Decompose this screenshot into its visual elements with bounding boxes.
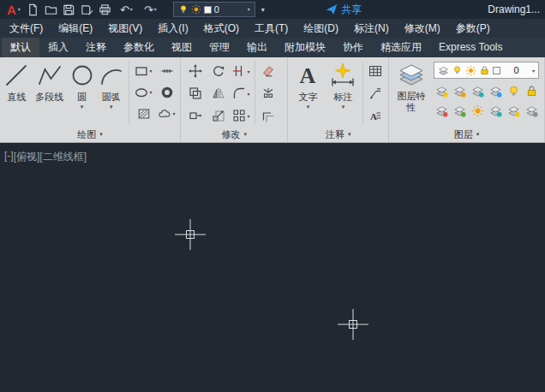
layer-tool-button[interactable] bbox=[434, 83, 449, 98]
arc-tool[interactable]: 圆弧 ▾ bbox=[96, 60, 127, 110]
rectangle-tool[interactable]: ▾ bbox=[132, 60, 155, 81]
viewport-control[interactable]: [-] bbox=[4, 150, 14, 164]
divide-tool[interactable] bbox=[155, 60, 178, 81]
mirror-tool[interactable] bbox=[207, 82, 230, 104]
array-tool[interactable]: ▾ bbox=[230, 104, 253, 127]
layer-tool-button[interactable] bbox=[470, 83, 485, 98]
chevron-down-icon: ▾ bbox=[247, 113, 249, 119]
chevron-down-icon: ▾ bbox=[149, 89, 152, 95]
plot-button[interactable] bbox=[97, 1, 114, 18]
polyline-tool[interactable]: 多段线 bbox=[31, 60, 69, 104]
point-marker bbox=[175, 219, 206, 250]
leader-tool[interactable] bbox=[365, 82, 386, 104]
ribbon-tab[interactable]: 参数化 bbox=[115, 38, 163, 57]
share-button[interactable]: 共享 bbox=[326, 3, 362, 17]
save-as-button[interactable] bbox=[79, 1, 96, 18]
app-menu-button[interactable]: A ▾ bbox=[3, 3, 24, 16]
move-tool[interactable] bbox=[183, 60, 207, 82]
menu-item[interactable]: 文件(F) bbox=[2, 19, 51, 38]
mtext-icon: A bbox=[368, 109, 382, 122]
redo-button[interactable]: ↷▾ bbox=[139, 1, 162, 18]
mtext-tool[interactable]: A bbox=[365, 104, 386, 127]
ribbon-tab[interactable]: 附加模块 bbox=[276, 38, 334, 57]
revision-cloud-tool[interactable]: ▾ bbox=[155, 103, 178, 124]
circle-tool[interactable]: 圆 ▾ bbox=[69, 60, 96, 110]
table-tool[interactable] bbox=[365, 60, 386, 82]
layer-properties-button[interactable]: 图层特性 bbox=[392, 60, 431, 112]
text-tool[interactable]: A 文字 ▾ bbox=[290, 60, 325, 110]
divider bbox=[129, 62, 129, 125]
layer-tool-button[interactable] bbox=[506, 103, 521, 118]
titlebar: A ▾ ↶▾ ↷▾ 0 ▾ ▾ bbox=[0, 0, 545, 19]
open-folder-icon bbox=[45, 3, 57, 16]
menu-item[interactable]: 参数(P) bbox=[448, 19, 498, 38]
menu-item[interactable]: 插入(I) bbox=[150, 19, 195, 38]
hatch-tool[interactable] bbox=[132, 103, 155, 124]
ellipse-tool[interactable]: ▾ bbox=[132, 81, 155, 103]
drawing-title: Drawing1... bbox=[488, 3, 542, 15]
trim-tool[interactable]: ▾ bbox=[230, 60, 253, 82]
open-file-button[interactable] bbox=[43, 1, 60, 18]
stretch-tool[interactable] bbox=[183, 104, 207, 127]
sun-icon bbox=[465, 65, 476, 76]
table-icon bbox=[368, 64, 382, 78]
layer-tool-button[interactable] bbox=[524, 83, 539, 98]
erase-tool[interactable] bbox=[258, 60, 278, 82]
ribbon-tab[interactable]: Express Tools bbox=[430, 38, 511, 57]
drawing-canvas[interactable]: [-][俯视][二维线框] bbox=[0, 143, 545, 392]
scale-tool[interactable] bbox=[207, 104, 230, 127]
annotate-panel-expand[interactable]: 注释 ▾ bbox=[288, 127, 388, 142]
layer-tool-button[interactable] bbox=[452, 103, 467, 118]
bulb-icon bbox=[178, 4, 189, 15]
layers-mini-icon bbox=[438, 65, 449, 76]
ribbon-tab[interactable]: 默认 bbox=[2, 38, 39, 57]
layer-tool-button[interactable] bbox=[506, 83, 521, 98]
menu-item[interactable]: 编辑(E) bbox=[51, 19, 100, 38]
copy-tool[interactable] bbox=[183, 82, 207, 104]
layer-tool-button[interactable] bbox=[488, 83, 503, 98]
menu-item[interactable]: 格式(O) bbox=[196, 19, 247, 38]
line-tool[interactable]: 直线 bbox=[3, 60, 31, 104]
new-file-icon bbox=[27, 3, 39, 16]
menu-item[interactable]: 标注(N) bbox=[346, 19, 397, 38]
layer-dropdown[interactable]: 0 ▾ bbox=[434, 62, 539, 79]
explode-icon bbox=[261, 86, 275, 100]
layer-tool-button[interactable] bbox=[488, 103, 503, 118]
sun-icon bbox=[191, 4, 201, 15]
viewport-control[interactable]: [二维线框] bbox=[39, 150, 87, 164]
layer-tool-button[interactable] bbox=[470, 103, 485, 118]
offset-tool[interactable] bbox=[258, 104, 278, 127]
dimension-tool[interactable]: 标注 ▾ bbox=[325, 60, 361, 110]
rotate-tool[interactable] bbox=[207, 60, 230, 82]
ribbon-tab[interactable]: 管理 bbox=[201, 38, 238, 57]
undo-button[interactable]: ↶▾ bbox=[115, 1, 138, 18]
share-label: 共享 bbox=[341, 3, 362, 17]
qat-layer-dropdown[interactable]: 0 ▾ bbox=[173, 2, 255, 17]
ribbon-tab[interactable]: 协作 bbox=[334, 38, 372, 57]
layer-tool-button[interactable] bbox=[452, 83, 467, 98]
layer-tool-button[interactable] bbox=[434, 103, 449, 118]
layer-tool-button[interactable] bbox=[524, 103, 539, 118]
ribbon-tab[interactable]: 输出 bbox=[238, 38, 276, 57]
printer-icon bbox=[99, 3, 111, 16]
menu-item[interactable]: 视图(V) bbox=[100, 19, 150, 38]
fillet-tool[interactable]: ▾ bbox=[230, 82, 253, 104]
ribbon-tab[interactable]: 视图 bbox=[163, 38, 201, 57]
stretch-icon bbox=[189, 109, 202, 122]
layers-panel-expand[interactable]: 图层 ▾ bbox=[389, 127, 544, 142]
menu-item[interactable]: 绘图(D) bbox=[296, 19, 346, 38]
ribbon-tab[interactable]: 插入 bbox=[39, 38, 77, 57]
explode-tool[interactable] bbox=[258, 82, 278, 104]
menu-item[interactable]: 修改(M) bbox=[397, 19, 448, 38]
qat-customize-button[interactable]: ▾ bbox=[261, 6, 265, 14]
modify-panel-expand[interactable]: 修改 ▾ bbox=[181, 127, 287, 142]
draw-panel-expand[interactable]: 绘图 ▾ bbox=[0, 127, 180, 142]
new-file-button[interactable] bbox=[25, 1, 42, 18]
menu-item[interactable]: 工具(T) bbox=[247, 19, 296, 38]
ribbon-tab[interactable]: 精选应用 bbox=[372, 38, 430, 57]
ribbon-tab[interactable]: 注释 bbox=[77, 38, 115, 57]
viewport-control[interactable]: [俯视] bbox=[14, 150, 40, 164]
arc-icon bbox=[98, 62, 125, 89]
donut-tool[interactable] bbox=[155, 81, 178, 103]
save-button[interactable] bbox=[61, 1, 78, 18]
